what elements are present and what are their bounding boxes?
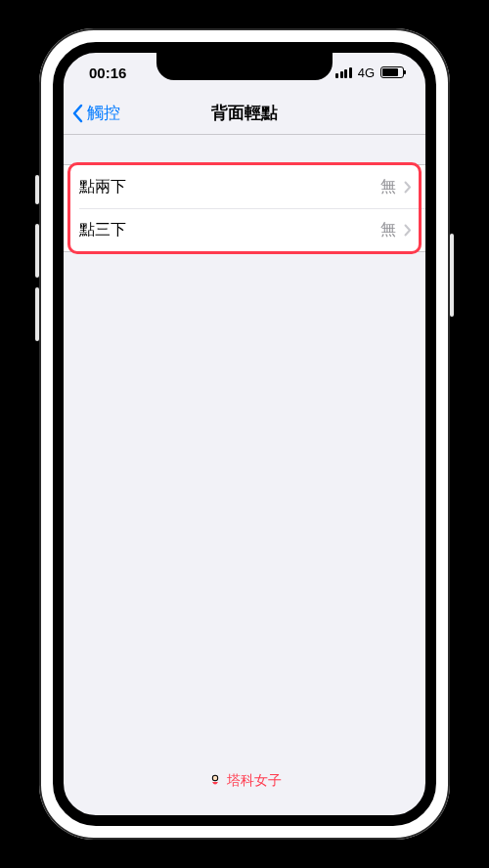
brand-icon — [207, 773, 223, 789]
phone-volume-down — [35, 287, 39, 341]
chevron-right-icon — [404, 181, 412, 194]
footer-brand: 塔科女子 — [207, 772, 282, 790]
row-value: 無 — [380, 177, 396, 197]
row-label: 點三下 — [79, 220, 126, 240]
nav-bar: 觸控 背面輕點 — [64, 92, 425, 135]
battery-icon — [380, 66, 404, 78]
notch — [156, 53, 333, 80]
chevron-right-icon — [404, 224, 412, 237]
phone-volume-up — [35, 224, 39, 278]
phone-mute-switch — [35, 175, 39, 204]
brand-text: 塔科女子 — [227, 772, 282, 790]
phone-power-button — [450, 234, 454, 317]
row-value: 無 — [380, 220, 396, 240]
row-value-wrap: 無 — [380, 220, 412, 240]
chevron-left-icon — [71, 104, 83, 123]
page-title: 背面輕點 — [211, 102, 278, 124]
phone-frame: 00:16 4G 觸控 背面輕點 點 — [39, 28, 450, 840]
svg-point-1 — [213, 776, 217, 780]
row-value-wrap: 無 — [380, 177, 412, 197]
row-triple-tap[interactable]: 點三下 無 — [79, 208, 425, 251]
status-right: 4G — [335, 65, 404, 80]
row-label: 點兩下 — [79, 177, 126, 197]
status-time: 00:16 — [89, 65, 126, 81]
back-label: 觸控 — [87, 102, 120, 124]
row-double-tap[interactable]: 點兩下 無 — [64, 165, 425, 208]
network-label: 4G — [358, 65, 375, 80]
screen: 00:16 4G 觸控 背面輕點 點 — [53, 42, 436, 826]
signal-icon — [335, 67, 352, 78]
back-button[interactable]: 觸控 — [64, 102, 120, 124]
settings-list: 點兩下 無 點三下 無 — [64, 164, 425, 252]
